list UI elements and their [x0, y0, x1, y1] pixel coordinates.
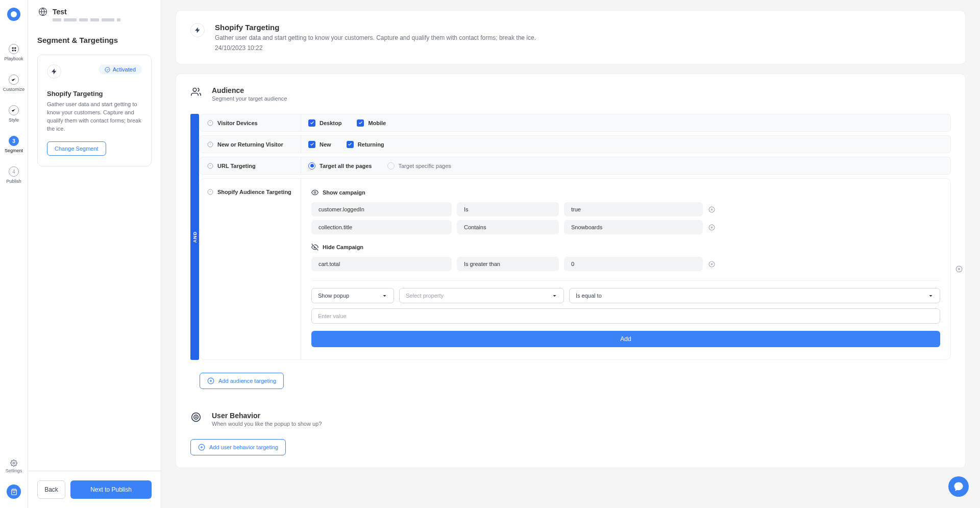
segment-name: Shopify Targeting — [47, 90, 142, 98]
rail-label: Publish — [6, 179, 21, 184]
audience-title: Audience — [212, 86, 287, 94]
condition-value[interactable]: true — [564, 202, 703, 216]
add-behavior-targeting-button[interactable]: Add user behavior targeting — [190, 439, 286, 455]
badge-label: Activated — [113, 66, 136, 72]
and-bar: AND — [190, 114, 199, 360]
behavior-icon — [190, 412, 202, 423]
segment-desc: Gather user data and start getting to kn… — [47, 101, 142, 133]
rule-shopify-targeting: Shopify Audience Targeting Show campaign… — [200, 178, 951, 360]
builder-condition-select[interactable]: Is equal to — [569, 288, 940, 303]
rail-label: Style — [9, 117, 19, 123]
behavior-desc: When would you like the popup to show up… — [212, 421, 322, 427]
intercom-launcher[interactable] — [948, 476, 969, 497]
radio-all-pages[interactable]: Target all the pages — [308, 162, 372, 170]
rule-label-text: Visitor Devices — [217, 120, 258, 126]
builder-action-select[interactable]: Show popup — [311, 288, 394, 303]
condition-property[interactable]: customer.loggedIn — [311, 202, 452, 216]
rule-visitor-type: New or Returning Visitor New Returning — [200, 135, 951, 153]
segment-card: Activated Shopify Targeting Gather user … — [37, 55, 152, 166]
condition-property[interactable]: collection.title — [311, 220, 452, 234]
delete-condition-icon[interactable] — [708, 260, 715, 268]
delete-condition-icon[interactable] — [708, 224, 715, 231]
rule-url-targeting: URL Targeting Target all the pages Targe… — [200, 157, 951, 175]
audience-card: Audience Segment your target audience AN… — [176, 74, 966, 468]
bolt-icon — [47, 64, 61, 79]
back-button[interactable]: Back — [37, 480, 65, 499]
condition-operator[interactable]: Is — [457, 202, 559, 216]
condition-row: collection.title Contains Snowboards — [311, 220, 940, 234]
add-audience-targeting-button[interactable]: Add audience targeting — [200, 373, 284, 389]
svg-rect-0 — [12, 47, 13, 49]
side-section-title: Segment & Targetings — [37, 36, 152, 44]
svg-rect-2 — [12, 50, 13, 51]
header-date: 24/10/2023 10:22 — [215, 44, 536, 52]
checkbox-desktop[interactable]: Desktop — [308, 119, 341, 127]
breadcrumb-skeleton — [53, 18, 151, 21]
svg-point-8 — [105, 67, 110, 71]
rail-label: Playbook — [4, 56, 23, 61]
rule-label-text: New or Returning Visitor — [217, 141, 283, 148]
rail-customize[interactable]: Customize — [3, 75, 25, 92]
main-content: Shopify Targeting Gather user data and s… — [161, 0, 980, 508]
add-condition-button[interactable]: Add — [311, 331, 940, 347]
rule-label-text: Shopify Audience Targeting — [217, 189, 291, 195]
condition-value[interactable]: Snowboards — [564, 220, 703, 234]
activated-badge: Activated — [99, 64, 142, 75]
next-button[interactable]: Next to Publish — [70, 480, 152, 499]
rail-label: Settings — [6, 468, 22, 473]
checkbox-returning[interactable]: Returning — [347, 141, 384, 148]
app-logo[interactable] — [7, 8, 20, 21]
svg-point-22 — [314, 191, 316, 193]
rail-segment[interactable]: 3 Segment — [5, 136, 23, 153]
rail-step-num: 4 — [9, 166, 19, 177]
svg-point-4 — [13, 462, 15, 464]
hide-campaign-label: Hide Campaign — [311, 244, 940, 251]
condition-row: cart.total Is greater than 0 — [311, 257, 940, 271]
change-segment-button[interactable]: Change Segment — [47, 141, 106, 156]
builder-property-select[interactable]: Select property — [399, 288, 564, 303]
header-card: Shopify Targeting Gather user data and s… — [176, 10, 966, 64]
rail-step-num: 3 — [9, 136, 19, 146]
condition-operator[interactable]: Is greater than — [457, 257, 559, 271]
show-campaign-label: Show campaign — [311, 189, 940, 196]
bolt-icon — [190, 23, 205, 37]
rail-playbook[interactable]: Playbook — [4, 44, 23, 61]
rail-publish[interactable]: 4 Publish — [6, 166, 21, 184]
rail-label: Customize — [3, 87, 25, 92]
page-title: Test — [53, 8, 67, 16]
audience-icon — [190, 86, 202, 98]
side-panel: Test Segment & Targetings Activated Shop… — [28, 0, 161, 508]
rule-visitor-devices: Visitor Devices Desktop Mobile — [200, 114, 951, 132]
remove-rule-icon[interactable] — [955, 265, 963, 273]
rule-label-text: URL Targeting — [217, 163, 256, 169]
icon-rail: Playbook Customize Style 3 Segment 4 Pub… — [0, 0, 28, 508]
condition-property[interactable]: cart.total — [311, 257, 452, 271]
condition-value[interactable]: 0 — [564, 257, 703, 271]
condition-operator[interactable]: Contains — [457, 220, 559, 234]
svg-point-41 — [195, 417, 197, 418]
condition-row: customer.loggedIn Is true — [311, 202, 940, 216]
rail-style[interactable]: Style — [9, 105, 19, 123]
builder-value-input[interactable] — [311, 308, 940, 324]
rail-settings[interactable]: Settings — [6, 459, 22, 473]
radio-specific-pages[interactable]: Target specific pages — [387, 162, 451, 170]
checkbox-new[interactable]: New — [308, 141, 331, 148]
header-title: Shopify Targeting — [215, 23, 536, 32]
globe-icon — [38, 7, 47, 16]
rail-bag-icon[interactable] — [7, 485, 21, 499]
delete-condition-icon[interactable] — [708, 206, 715, 213]
svg-point-9 — [193, 88, 197, 92]
rail-label: Segment — [5, 148, 23, 153]
audience-desc: Segment your target audience — [212, 95, 287, 102]
svg-rect-3 — [14, 50, 16, 51]
behavior-title: User Behavior — [212, 412, 322, 420]
svg-rect-1 — [14, 47, 16, 49]
checkbox-mobile[interactable]: Mobile — [357, 119, 386, 127]
header-desc: Gather user data and start getting to kn… — [215, 34, 536, 41]
